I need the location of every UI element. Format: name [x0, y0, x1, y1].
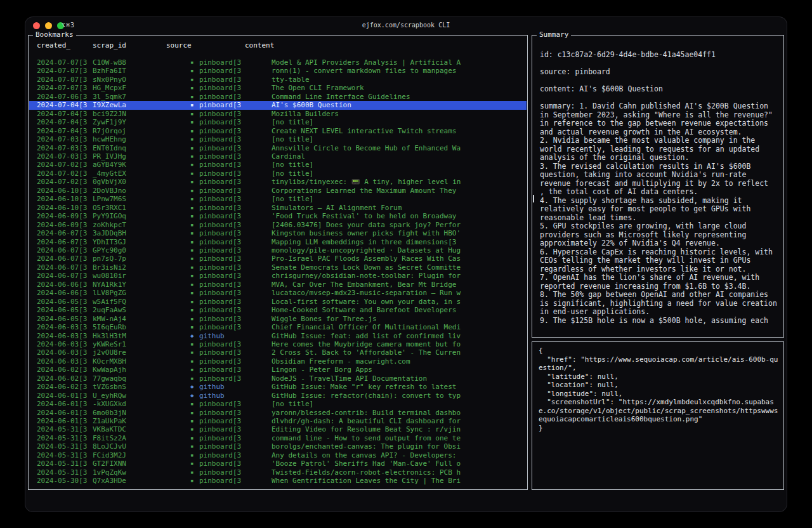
bookmark-row[interactable]: 2024-05-31[38LoJCJvU▪pinboard[3borolgs/e… [29, 442, 527, 451]
bookmark-row[interactable]: 2024-06-01[3U_eyhRQw◆githubGitHub Issue:… [29, 392, 527, 400]
bookmark-date: 2024-07-04[3 [37, 101, 93, 109]
bookmark-row[interactable]: 2024-06-06[3NYA1Rk1Y▪pinboard[3MVA, Car … [29, 280, 527, 289]
bookmark-scrap-id: 77gwaqbq [93, 374, 189, 383]
bookmark-row[interactable]: 2024-05-31[3FCid3M2J▪pinboard[3Any detai… [29, 451, 527, 459]
bookmark-source: ▪pinboard[3 [190, 127, 270, 135]
bookmark-row[interactable]: 2024-07-04[3I9XZewLa▪pinboard[3AI's $600… [29, 101, 527, 109]
summary-item: 6. Hyperscale CapEx is reaching historic… [540, 248, 780, 274]
source-label: pinboard[3 [199, 468, 241, 477]
bookmark-row[interactable]: 2024-07-02[3aGYB4Y9K▪pinboard[3[no title… [29, 161, 527, 169]
bookmark-row[interactable]: 2024-07-02[30gVbVjX0▪pinboard[3tinylibs/… [29, 178, 527, 186]
bookmark-scrap-id: 2uqFaAwS [93, 306, 189, 314]
bookmark-row[interactable]: 2024-05-31[3F8itSz2A▪pinboard[3command l… [29, 434, 527, 442]
bookmark-source: ▪pinboard[3 [190, 84, 270, 92]
bookmark-row[interactable]: 2024-06-05[3w5Aif5FQ▪pinboard[3Local-fir… [29, 298, 527, 306]
bookmark-row[interactable]: 2024-06-01[36mo0b3jN▪pinboard[3yaronn/bl… [29, 409, 527, 417]
bookmark-source: ▪pinboard[3 [190, 477, 270, 485]
bookmark-row[interactable]: 2024-07-03[3hcwHEhng▪pinboard[3[no title… [29, 135, 527, 143]
bookmark-row[interactable]: 2024-05-31[31vPqZqKw▪pinboard[3Twisted-F… [29, 468, 527, 477]
source-label: pinboard[3 [199, 340, 241, 348]
pinboard-icon: ▪ [190, 76, 198, 84]
bookmark-row[interactable]: 2024-07-03[3ENT0Idnq▪pinboard[3Annsville… [29, 144, 527, 152]
bookmark-row[interactable]: 2024-06-03[3KOcrMXBH▪pinboard[3Obsidian … [29, 357, 527, 366]
bookmark-scrap-id: PyY9IGOq [93, 212, 189, 220]
bookmark-row[interactable]: 2024-06-01[3Z1aUkPaK▪pinboard[3dlvhdr/gh… [29, 417, 527, 425]
bookmark-row[interactable]: 2024-06-07[3pn7sQ-7p▪pinboard[3Pro-Israe… [29, 254, 527, 263]
bookmark-row[interactable]: 2024-06-05[32uqFaAwS▪pinboard[3Home-Cook… [29, 306, 527, 314]
bookmark-scrap-id: sNx0PnyO [93, 76, 189, 84]
bookmark-row[interactable]: 2024-05-30[3Q7xA3HDe▪pinboard[3When Gent… [29, 477, 527, 485]
bookmark-scrap-id: bci9Z2JN [93, 110, 189, 118]
bookmark-row[interactable]: 2024-06-07[3wu0810ir▪pinboard[3chrisgurn… [29, 272, 527, 280]
bookmark-row[interactable]: 2024-07-02[3_4myGtEX▪pinboard[3[no title… [29, 169, 527, 178]
summary-field-id: id: c13c87a2-6d29-4d4e-bdbe-41a45ae04ff1 [540, 51, 780, 60]
bookmark-row[interactable]: 2024-06-10[3LPnw7M6S▪pinboard[3[no title… [29, 195, 527, 203]
bookmark-row[interactable]: 2024-06-09[3zoKhkpcT▪pinboard[3[2406.034… [29, 221, 527, 229]
bookmark-title: dlvhdr/gh-dash: A beautiful CLI dashboar… [272, 417, 523, 425]
bookmark-title: tty-table [272, 76, 523, 84]
source-label: pinboard[3 [199, 348, 241, 357]
bookmark-source: ▪pinboard[3 [190, 451, 270, 459]
bookmark-date: 2024-06-05[3 [37, 298, 93, 306]
bookmark-row[interactable]: 2024-06-07[3YDhIT3GJ▪pinboard[3Mapping L… [29, 238, 527, 246]
bookmark-row[interactable]: 2024-07-06[33l_5qmk7▪pinboard[3Command L… [29, 93, 527, 101]
bookmark-source: ▪pinboard[3 [190, 459, 270, 468]
pinboard-icon: ▪ [190, 178, 198, 186]
bookmark-row[interactable]: 2024-07-04[3ZywF1j9Y▪pinboard[3[no title… [29, 118, 527, 126]
source-label: pinboard[3 [199, 459, 241, 468]
bookmark-row[interactable]: 2024-07-04[3bci9Z2JN▪pinboard[3Mozilla B… [29, 110, 527, 118]
bookmark-row[interactable]: 2024-07-04[3R7jOrqoj▪pinboard[3Create NE… [29, 127, 527, 135]
bookmark-date: 2024-05-31[3 [37, 468, 93, 477]
bookmark-row[interactable]: 2024-07-07[3HG_McpxF▪pinboard[3The Open … [29, 84, 527, 92]
bookmark-row[interactable]: 2024-05-31[3GT2FIXNN▪pinboard[3'Booze Pa… [29, 459, 527, 468]
bookmark-source: ▪pinboard[3 [190, 246, 270, 254]
bookmark-source: ▪pinboard[3 [190, 221, 270, 229]
bookmark-row[interactable]: 2024-06-01[3-kXUGXkd▪pinboard[3[no title… [29, 400, 527, 408]
pinboard-icon: ▪ [190, 374, 198, 383]
bookmark-scrap-id: pn7sQ-7p [93, 254, 189, 263]
bookmark-scrap-id: KOcrMXBH [93, 357, 189, 366]
bookmark-row[interactable]: 2024-05-31[3VKBaKTDC▪pinboard[3Editing V… [29, 425, 527, 433]
bookmark-row[interactable]: 2024-06-09[3PyY9IGOq▪pinboard[3'Food Tru… [29, 212, 527, 220]
bookmark-source: ▪pinboard[3 [190, 400, 270, 408]
bookmark-row[interactable]: 2024-06-03[35I6qEuRb▪pinboard[3Chief Fin… [29, 323, 527, 331]
bookmark-row[interactable]: 2024-06-03[3j2vOU8re▪pinboard[32 Cross S… [29, 348, 527, 357]
source-label: pinboard[3 [199, 229, 241, 237]
bookmark-row[interactable]: 2024-07-07[3sNx0PnyO▪pinboard[3tty-table [29, 76, 527, 84]
table-header: created_ scrap_id source content [29, 41, 527, 51]
pinboard-icon: ▪ [190, 127, 198, 135]
bookmark-title: Kingston business owner picks fight with… [272, 229, 523, 237]
bookmark-row[interactable]: 2024-06-03[3yKWReSr1▪pinboard[3Here come… [29, 340, 527, 348]
bookmark-scrap-id: wu0810ir [93, 272, 189, 280]
bookmark-row[interactable]: 2024-06-03[3Hk3lH3tM◆githubGitHub Issue:… [29, 332, 527, 340]
bookmark-title: yaronn/blessed-contrib: Build terminal d… [272, 409, 523, 417]
pinboard-icon: ▪ [190, 442, 198, 451]
bookmark-row[interactable]: 2024-06-10[32DoVBJno▪pinboard[3Corporati… [29, 187, 527, 195]
bookmark-title: Senate Democrats Lock Down as Secret Com… [272, 263, 523, 272]
source-label: pinboard[3 [199, 280, 241, 289]
bookmark-row[interactable]: 2024-06-05[3kMW-nAj4▪pinboard[3Wiggle Bo… [29, 315, 527, 323]
bookmark-row[interactable]: 2024-06-02[3KwWapAjh▪pinboard[3Lingon - … [29, 366, 527, 374]
bookmark-row[interactable]: 2024-07-07[3BzhFa6IT▪pinboard[3ronn(1) -… [29, 67, 527, 75]
summary-panel: Summary id: c13c87a2-6d29-4d4e-bdbe-41a4… [532, 35, 784, 338]
bookmark-row[interactable]: 2024-06-07[33aJDDqBH▪pinboard[3Kingston … [29, 229, 527, 237]
bookmark-title: [no title] [272, 169, 523, 178]
bookmark-scrap-id: ENT0Idnq [93, 144, 189, 152]
bookmark-row[interactable]: 2024-07-03[3PR_IVJHg▪pinboard[3Cardinal [29, 152, 527, 161]
bookmark-title: GitHub Issue: feat: add list of confirme… [272, 332, 523, 340]
bookmark-row[interactable]: 2024-06-07[3GPYc90g0▪pinboard[3monology/… [29, 246, 527, 254]
bookmark-title: The Open CLI Framework [272, 84, 523, 92]
bookmark-row[interactable]: 2024-06-10[3O5r3RXC1▪pinboard[3Simulator… [29, 204, 527, 212]
bookmark-source: ▪pinboard[3 [190, 409, 270, 417]
bookmark-row[interactable]: 2024-06-07[3Br3isNi2▪pinboard[3Senate De… [29, 263, 527, 272]
bookmark-row[interactable]: 2024-06-02[377gwaqbq▪pinboard[3NodeJS - … [29, 374, 527, 383]
bookmark-date: 2024-07-06[3 [37, 93, 93, 101]
source-label: pinboard[3 [199, 187, 241, 195]
bookmark-row[interactable]: 2024-06-06[3lLV8PgZG▪pinboard[3lucataco/… [29, 289, 527, 297]
bookmark-row[interactable]: 2024-06-02[3tVZGsbnS◆githubGitHub Issue:… [29, 383, 527, 391]
bookmark-scrap-id: U_eyhRQw [93, 392, 189, 400]
bookmark-date: 2024-06-03[3 [37, 332, 93, 340]
bookmark-date: 2024-07-07[3 [37, 67, 93, 75]
bookmark-row[interactable]: 2024-07-07[3C10W-wB8▪pinboard[3Model & A… [29, 58, 527, 67]
bookmark-scrap-id: C10W-wB8 [93, 58, 189, 67]
